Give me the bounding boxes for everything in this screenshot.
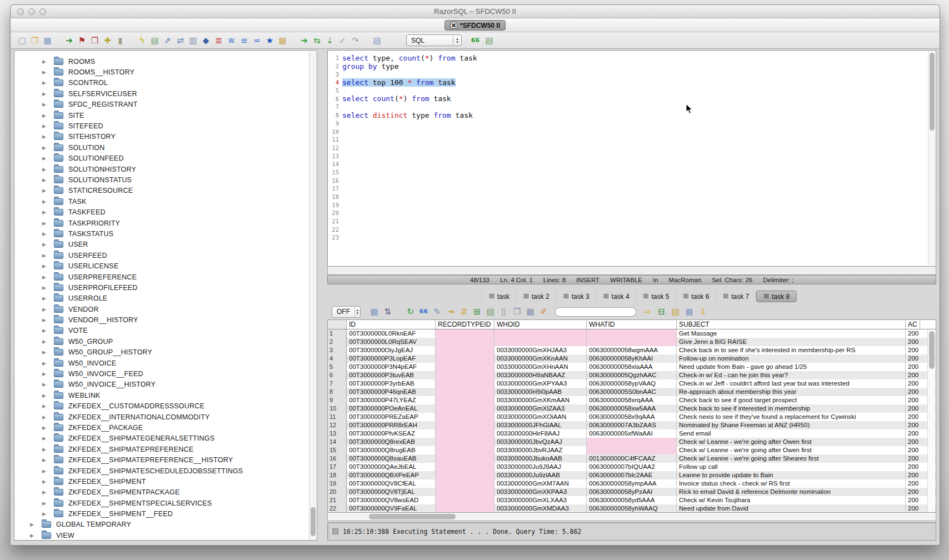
table-cell[interactable] — [587, 446, 677, 454]
favorites-star-icon[interactable]: ★ — [264, 35, 276, 46]
table-cell[interactable] — [436, 379, 495, 388]
tree-item-table[interactable]: ▶SITEFEED — [14, 121, 309, 131]
disclosure-triangle-icon[interactable]: ▶ — [42, 371, 50, 377]
tree-scrollbar-thumb[interactable] — [311, 507, 316, 536]
tree-item-table[interactable]: ▶W50_INVOICE — [14, 358, 309, 368]
go-arrow-icon[interactable]: ➔ — [298, 35, 310, 46]
table-cell[interactable] — [436, 504, 495, 513]
table-cell[interactable]: 00630000007bIQUAA2 — [587, 463, 677, 471]
table-row[interactable]: 400T3000000P3LopEAF0033000000GmXKnAAN006… — [328, 354, 936, 363]
tree-item-table[interactable]: ▶STATICRESOURCE — [14, 186, 309, 196]
tree-item-table[interactable]: ▶ZKFEDEX__SHIPMATEPREFERENCE__HISTORY — [14, 454, 309, 465]
table-cell[interactable]: 00T3000000P3tuvEAB — [347, 371, 436, 379]
table-cell[interactable]: 006300000058x9qAAA — [587, 413, 677, 421]
table-cell[interactable]: 200 — [906, 446, 920, 454]
disclosure-triangle-icon[interactable]: ▶ — [42, 80, 50, 86]
bookmark-icon[interactable]: ◆ — [200, 35, 212, 46]
table-cell[interactable] — [495, 338, 587, 346]
table-cell[interactable]: 200 — [906, 471, 920, 479]
result-tab-task-2[interactable]: ☒task 2 — [517, 291, 557, 302]
result-tab-task-4[interactable]: ☒task 4 — [597, 291, 637, 302]
notebook-icon[interactable]: ▥ — [187, 35, 199, 46]
disclosure-triangle-icon[interactable]: ▶ — [42, 242, 50, 247]
rollback-icon[interactable]: ↷ — [349, 35, 361, 46]
tree-item-table[interactable]: ▶TASK — [14, 196, 309, 207]
copy-with-headers-icon[interactable]: ▦ — [525, 306, 536, 317]
disclosure-triangle-icon[interactable]: ▶ — [42, 307, 50, 312]
document-tab[interactable]: ✕ *SFDCW50 II — [444, 20, 506, 31]
table-cell[interactable]: Follow-up on nomination — [677, 354, 906, 363]
table-row[interactable]: 1500T3000000Q8rugEAB0033000000JbvRJAAZCh… — [328, 446, 936, 454]
table-cell[interactable]: 0033000000JbvQzAAJ — [495, 438, 587, 446]
table-cell[interactable]: Check back to see if interested in membe… — [677, 404, 906, 413]
table-cell[interactable]: 200 — [906, 379, 920, 388]
table-hscrollbar-thumb[interactable] — [369, 514, 456, 519]
import-table-icon[interactable]: ⇄ — [174, 35, 186, 46]
table-cell[interactable] — [436, 429, 495, 438]
table-cell[interactable]: Leanne to provide update to Bain — [677, 471, 906, 479]
tree-item-table[interactable]: ▶USERPROFILEFEED — [14, 282, 309, 293]
edit-table-icon[interactable]: ▤ — [149, 35, 161, 46]
table-cell[interactable] — [587, 338, 677, 346]
table-cell[interactable]: Get Massage — [677, 329, 906, 338]
table-row[interactable]: 1000T3000000POeAnEAL0033000000GmXIZAA300… — [328, 404, 936, 413]
new-note-icon[interactable]: ▤ — [670, 306, 681, 317]
disclosure-triangle-icon[interactable]: ▶ — [42, 317, 50, 323]
table-cell[interactable] — [436, 479, 495, 488]
table-cell[interactable]: 00T3000000PREZaEAP — [347, 413, 436, 421]
new-file-icon[interactable]: ▢ — [16, 35, 28, 46]
table-cell[interactable]: 0033000000GmXPYAA3 — [495, 379, 587, 388]
export-table-icon[interactable]: ⇗ — [162, 35, 173, 46]
table-cell[interactable]: 200 — [906, 371, 920, 379]
tree-item-table[interactable]: ▶USERROLE — [14, 293, 309, 304]
table-row[interactable]: 700T3000000P3yrbEAB0033000000GmXPYAA3006… — [328, 379, 936, 388]
add-connection-icon[interactable]: ✚ — [102, 35, 113, 46]
disclosure-triangle-icon[interactable]: ▶ — [42, 457, 50, 463]
table-cell[interactable]: 00T3000000P3N4pEAF — [347, 363, 436, 371]
tree-item-table[interactable]: ▶USERFEED — [14, 250, 309, 261]
table-cell[interactable]: 0033000000GmXMDAA3 — [495, 504, 587, 513]
disconnect-icon[interactable]: ⚑ — [76, 35, 88, 46]
disclosure-triangle-icon[interactable]: ▶ — [42, 511, 50, 517]
table-cell[interactable]: 0033000000GmXOiAAN — [495, 413, 587, 421]
tree-item-table[interactable]: ▶SOLUTIONHISTORY — [14, 164, 309, 174]
result-tab-task[interactable]: ☒task — [482, 291, 517, 302]
download-icon[interactable]: ⇩ — [697, 306, 709, 317]
tree-item-table[interactable]: ▶ZKFEDEX__SHIPMATEPREFERENCE — [14, 444, 309, 454]
table-cell[interactable]: Check w/ Leanne - we're going after Owen… — [677, 438, 906, 446]
table-cell[interactable]: 0033000000JFhGlAAL — [495, 421, 587, 429]
close-tab-icon[interactable]: ☒ — [643, 293, 649, 300]
table-cell[interactable]: 200 — [906, 454, 920, 463]
tree-item-table[interactable]: ▶ZKFEDEX__PACKAGE — [14, 422, 309, 433]
table-cell[interactable] — [587, 329, 677, 338]
align-icon[interactable]: ≡ — [238, 35, 250, 46]
disclosure-triangle-icon[interactable]: ▶ — [42, 199, 50, 204]
table-cell[interactable]: Re-approach about membership this year — [677, 388, 906, 396]
disclosure-triangle-icon[interactable]: ▶ — [42, 221, 50, 226]
tree-item-table[interactable]: ▶USERPREFERENCE — [14, 272, 309, 282]
table-cell[interactable]: 00T3000000P3LopEAF — [347, 354, 436, 363]
open-file-icon[interactable]: ❒ — [29, 35, 41, 46]
table-scrollbar-thumb[interactable] — [929, 331, 935, 369]
switch-arrows-icon[interactable]: ⇆ — [311, 35, 323, 46]
table-cell[interactable]: 0033000000H9i0pAAB — [495, 388, 587, 396]
table-cell[interactable]: 00T3000000QV9FaEAL — [347, 504, 436, 513]
disclosure-triangle-icon[interactable]: ▶ — [42, 253, 50, 258]
column-header-id[interactable]: ID — [347, 320, 436, 329]
query-builder-icon[interactable]: ▦ — [277, 35, 288, 46]
disclosure-triangle-icon[interactable]: ▶ — [42, 231, 50, 237]
log-icon[interactable]: ▤ — [371, 35, 383, 46]
database-icon[interactable]: ▮ — [114, 35, 126, 46]
table-cell[interactable]: 0033000000JbvRJAAZ — [495, 446, 587, 454]
result-tab-task-5[interactable]: ☒task 5 — [637, 291, 677, 302]
table-cell[interactable]: 0033000000GmXIZAA3 — [495, 404, 587, 413]
table-cell[interactable] — [495, 329, 587, 338]
tree-item-table[interactable]: ▶SOLUTIONSTATUS — [14, 174, 309, 185]
tree-item-category[interactable]: ▶VIEW — [14, 530, 309, 541]
table-cell[interactable]: 0033000000GmXKmAAN — [495, 396, 587, 404]
tree-item-table[interactable]: ▶ZKFEDEX__SHIPMENTPACKAGE — [14, 487, 309, 498]
save-results-icon[interactable]: ▦ — [368, 306, 380, 317]
table-cell[interactable]: 00T3000000P3yrbEAB — [347, 379, 436, 388]
tree-item-table[interactable]: ▶SOLUTIONFEED — [14, 153, 309, 164]
results-search-input[interactable] — [555, 307, 636, 317]
